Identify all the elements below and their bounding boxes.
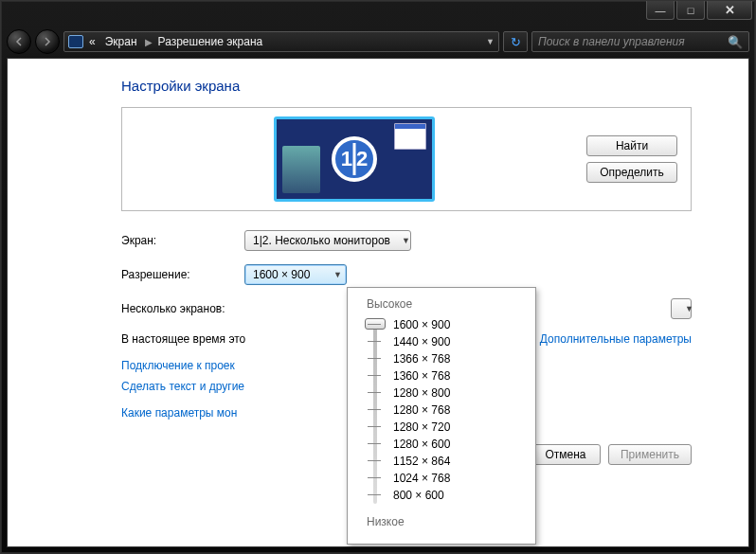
window-thumb-icon: [394, 123, 426, 150]
search-placeholder: Поиск в панели управления: [538, 35, 685, 48]
text-size-link[interactable]: Сделать текст и другие: [121, 380, 244, 393]
resolution-option[interactable]: 1280 × 600: [393, 436, 526, 453]
slider-tick-icon: [368, 460, 381, 461]
resolution-slider-zone: 1600 × 9001440 × 9001366 × 7681360 × 768…: [361, 316, 526, 511]
wallpaper-thumb-icon: [282, 146, 320, 193]
arrow-right-icon: [43, 37, 52, 46]
resolution-option[interactable]: 1600 × 900: [393, 316, 526, 333]
resolution-label: Разрешение:: [121, 268, 244, 281]
monitor-panel: 1 2 Найти Определить: [121, 107, 692, 211]
advanced-settings-link[interactable]: Дополнительные параметры: [540, 332, 692, 346]
display-number: 1: [339, 147, 354, 171]
resolution-combo[interactable]: 1600 × 900 ▼: [244, 264, 347, 285]
monitor-preview[interactable]: 1 2: [274, 116, 435, 202]
breadcrumb-prefix: «: [87, 35, 99, 48]
resolution-option[interactable]: 1360 × 768: [393, 367, 526, 384]
slider-tick-icon: [368, 392, 381, 393]
breadcrumb-item[interactable]: Разрешение экрана: [156, 35, 267, 48]
chevron-down-icon: ▼: [328, 270, 342, 279]
resolution-option[interactable]: 1280 × 720: [393, 419, 526, 436]
search-icon: 🔍: [728, 35, 743, 49]
combo-value: 1600 × 900: [253, 268, 310, 281]
arrow-left-icon: [14, 37, 24, 46]
merged-displays-icon: 1 2: [332, 136, 377, 182]
cancel-button[interactable]: Отмена: [531, 444, 601, 465]
find-button[interactable]: Найти: [586, 135, 677, 156]
multi-display-label: Несколько экранов:: [121, 302, 244, 315]
projector-link[interactable]: Подключение к проек: [121, 359, 235, 372]
popup-high-label: Высокое: [367, 297, 526, 311]
chevron-down-icon[interactable]: ▼: [486, 37, 495, 46]
slider-tick-icon: [368, 375, 381, 376]
apply-button: Применить: [608, 444, 692, 465]
minimize-button[interactable]: —: [646, 1, 675, 20]
slider-tick-icon: [368, 443, 381, 444]
refresh-icon: ↻: [511, 35, 521, 49]
slider-tick-icon: [368, 494, 381, 495]
page-title: Настройки экрана: [121, 78, 692, 94]
slider-tick-icon: [368, 409, 381, 410]
combo-value: 1|2. Несколько мониторов: [253, 234, 390, 247]
monitor-icon: [68, 35, 83, 48]
navbar: « Экран ▶ Разрешение экрана ▼ ↻ Поиск в …: [1, 27, 755, 56]
chevron-down-icon: ▼: [396, 236, 410, 245]
display-combo[interactable]: 1|2. Несколько мониторов ▼: [244, 230, 411, 251]
slider-tick-icon: [368, 341, 381, 342]
resolution-option[interactable]: 800 × 600: [393, 487, 526, 504]
resolution-option[interactable]: 1440 × 900: [393, 333, 526, 350]
resolution-option[interactable]: 1024 × 768: [393, 470, 526, 487]
slider-tick-icon: [368, 426, 381, 427]
chevron-down-icon: ▼: [679, 304, 693, 313]
resolution-slider[interactable]: [365, 320, 384, 508]
identify-button[interactable]: Определить: [586, 162, 677, 183]
resolution-options: 1600 × 9001440 × 9001366 × 7681360 × 768…: [393, 316, 526, 511]
resolution-row: Разрешение: 1600 × 900 ▼: [121, 264, 692, 285]
slider-tick-icon: [368, 477, 381, 478]
resolution-option[interactable]: 1366 × 768: [393, 350, 526, 367]
titlebar: — □ ✕: [1, 1, 755, 27]
resolution-option[interactable]: 1152 × 864: [393, 453, 526, 470]
resolution-option[interactable]: 1280 × 768: [393, 402, 526, 419]
monitor-params-link[interactable]: Какие параметры мон: [121, 406, 237, 420]
chevron-right-icon: ▶: [145, 37, 153, 47]
resolution-popup[interactable]: Высокое 1600 × 9001440 × 9001366 × 76813…: [347, 287, 536, 545]
multi-display-combo-tail[interactable]: ▼: [671, 298, 692, 319]
popup-low-label: Низкое: [367, 515, 526, 528]
display-label: Экран:: [121, 234, 244, 247]
breadcrumb-item[interactable]: Экран: [103, 35, 141, 48]
maximize-button[interactable]: □: [676, 1, 705, 20]
search-input[interactable]: Поиск в панели управления 🔍: [531, 31, 749, 52]
refresh-button[interactable]: ↻: [503, 31, 528, 52]
status-text: В настоящее время это: [121, 332, 245, 346]
window-frame: — □ ✕ « Экран ▶ Разрешение экрана ▼ ↻ По…: [0, 0, 756, 554]
display-number: 2: [354, 147, 369, 171]
back-button[interactable]: [7, 29, 31, 54]
display-row: Экран: 1|2. Несколько мониторов ▼: [121, 230, 692, 251]
close-button[interactable]: ✕: [707, 1, 752, 20]
slider-tick-icon: [368, 358, 381, 359]
forward-button[interactable]: [35, 29, 60, 54]
address-bar[interactable]: « Экран ▶ Разрешение экрана ▼: [63, 31, 499, 52]
slider-tick-icon: [368, 324, 381, 325]
resolution-option[interactable]: 1280 × 800: [393, 384, 526, 402]
